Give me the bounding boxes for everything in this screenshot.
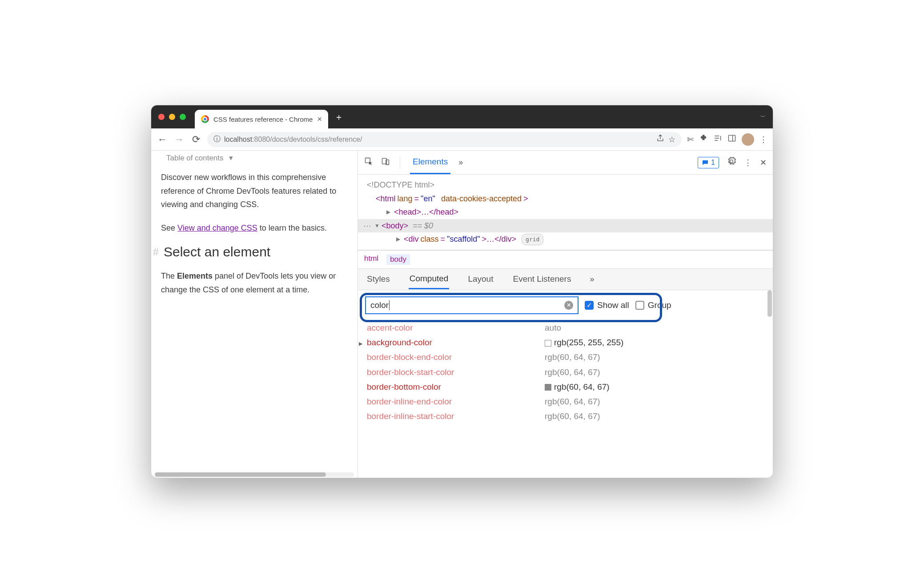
computed-property-row[interactable]: border-block-end-colorrgb(60, 64, 67)	[367, 350, 766, 364]
computed-property-row[interactable]: border-inline-start-colorrgb(60, 64, 67)	[367, 409, 766, 423]
property-name: accent-color	[367, 320, 545, 335]
property-value: auto	[545, 320, 561, 335]
computed-property-row[interactable]: accent-colorauto	[367, 320, 766, 335]
color-swatch[interactable]	[545, 340, 551, 347]
property-value: rgb(60, 64, 67)	[545, 365, 600, 379]
computed-filter-row: color ✕ ✓Show all Group	[358, 290, 773, 320]
new-tab-button[interactable]: ＋	[334, 111, 343, 123]
browser-toolbar: ← → ⟳ ⓘ localhost:8080/docs/devtools/css…	[151, 128, 773, 151]
intro-paragraph: Discover new workflows in this comprehen…	[161, 171, 348, 212]
view-change-css-link[interactable]: View and change CSS	[177, 224, 257, 232]
forward-button[interactable]: →	[173, 134, 185, 145]
close-tab-button[interactable]: ×	[317, 115, 322, 124]
property-name: border-block-end-color	[367, 350, 545, 364]
console-ref: == $0	[413, 219, 433, 233]
toc-label: Table of contents	[166, 154, 224, 163]
filter-value: color	[370, 300, 390, 310]
url-port: :8080	[252, 136, 270, 143]
close-devtools-icon[interactable]: ✕	[760, 158, 767, 168]
issues-badge[interactable]: 1	[698, 157, 719, 168]
crumb-html[interactable]: html	[364, 254, 378, 265]
maximize-window-button[interactable]	[180, 114, 186, 120]
table-of-contents-toggle[interactable]: Table of contents ▾	[161, 152, 348, 171]
settings-gear-icon[interactable]	[727, 157, 736, 168]
property-name: border-bottom-color	[367, 379, 545, 394]
property-name: ▶background-color	[367, 335, 545, 350]
side-panel-icon[interactable]	[727, 134, 736, 145]
devtools-tabbar: Elements » 1 ⋮ ✕	[358, 151, 773, 175]
dom-tree[interactable]: <!DOCTYPE html> <html lang="en" data-coo…	[358, 175, 773, 250]
vertical-scrollbar[interactable]	[767, 290, 772, 317]
see-also-paragraph: See View and change CSS to learn the bas…	[161, 221, 348, 235]
body-node-selected[interactable]: ⋯▼<body>== $0	[358, 219, 773, 233]
property-value: rgb(60, 64, 67)	[545, 409, 600, 423]
head-node[interactable]: ▶<head>…</head>	[363, 205, 767, 219]
menu-icon[interactable]: ⋮	[759, 135, 767, 144]
property-value: rgb(255, 255, 255)	[545, 335, 623, 350]
checkbox-checked-icon: ✓	[585, 301, 594, 310]
reload-button[interactable]: ⟳	[190, 134, 202, 145]
subtab-layout[interactable]: Layout	[467, 270, 494, 288]
breadcrumb: html body	[358, 250, 773, 269]
clear-filter-icon[interactable]: ✕	[564, 301, 573, 310]
subtab-event-listeners[interactable]: Event Listeners	[512, 270, 572, 288]
property-name: border-inline-start-color	[367, 409, 545, 423]
show-all-checkbox[interactable]: ✓Show all	[585, 300, 629, 310]
url-host: localhost	[224, 136, 252, 143]
tab-elements[interactable]: Elements	[410, 151, 450, 174]
more-subtabs-icon[interactable]: »	[590, 275, 594, 284]
share-icon[interactable]	[656, 134, 665, 145]
hash-icon: #	[153, 245, 160, 259]
extensions-icon[interactable]	[699, 134, 708, 145]
titlebar: CSS features reference - Chrome × ＋ ﹀	[151, 105, 773, 128]
doctype-node: <!DOCTYPE html>	[363, 178, 767, 192]
color-swatch[interactable]	[545, 384, 551, 391]
computed-property-row[interactable]: border-bottom-colorrgb(60, 64, 67)	[367, 379, 766, 394]
group-checkbox[interactable]: Group	[635, 300, 671, 310]
computed-properties-list: accent-colorauto▶background-colorrgb(255…	[358, 320, 773, 428]
bookmark-icon[interactable]: ☆	[668, 135, 675, 144]
html-node[interactable]: <html lang="en" data-cookies-accepted>	[363, 192, 767, 206]
div-scaffold-node[interactable]: ▶<div class="scaffold">…</div>grid	[363, 232, 767, 246]
inspect-element-icon[interactable]	[364, 157, 373, 168]
scissors-icon[interactable]: ✄	[687, 135, 694, 144]
site-info-icon[interactable]: ⓘ	[213, 135, 221, 144]
address-bar[interactable]: ⓘ localhost:8080/docs/devtools/css/refer…	[207, 132, 682, 147]
webpage-pane: Table of contents ▾ Discover new workflo…	[151, 151, 358, 478]
device-toolbar-icon[interactable]	[381, 157, 390, 168]
separator	[400, 156, 400, 169]
property-name: border-block-start-color	[367, 365, 545, 379]
window-controls	[158, 114, 186, 120]
checkbox-unchecked-icon	[635, 301, 644, 310]
content-area: Table of contents ▾ Discover new workflo…	[151, 151, 773, 478]
property-value: rgb(60, 64, 67)	[545, 394, 600, 409]
minimize-window-button[interactable]	[169, 114, 175, 120]
computed-property-row[interactable]: ▶background-colorrgb(255, 255, 255)	[367, 335, 766, 350]
kebab-menu-icon[interactable]: ⋮	[744, 158, 752, 168]
filter-input[interactable]: color ✕	[365, 296, 579, 314]
chevron-down-icon: ▾	[229, 153, 233, 163]
tabs-dropdown-icon[interactable]: ﹀	[760, 113, 766, 121]
property-name: border-inline-end-color	[367, 394, 545, 409]
browser-tab[interactable]: CSS features reference - Chrome ×	[195, 110, 328, 128]
subtab-styles[interactable]: Styles	[366, 270, 391, 288]
grid-badge[interactable]: grid	[522, 234, 543, 245]
devtools-pane: Elements » 1 ⋮ ✕ <!DOCTYPE html> <html l…	[358, 151, 773, 478]
horizontal-scrollbar[interactable]	[155, 472, 354, 477]
section-heading: #Select an element	[161, 244, 348, 260]
crumb-body[interactable]: body	[386, 254, 410, 265]
chrome-icon	[201, 115, 209, 123]
computed-property-row[interactable]: border-inline-end-colorrgb(60, 64, 67)	[367, 394, 766, 409]
computed-property-row[interactable]: border-block-start-colorrgb(60, 64, 67)	[367, 365, 766, 379]
styles-subtabs: Styles Computed Layout Event Listeners »	[358, 269, 773, 290]
reading-list-icon[interactable]	[713, 134, 722, 145]
url-path: /docs/devtools/css/reference/	[270, 136, 362, 143]
back-button[interactable]: ←	[157, 134, 168, 145]
ellipsis-icon: ⋯	[363, 219, 372, 233]
profile-avatar[interactable]	[742, 133, 754, 146]
subtab-computed[interactable]: Computed	[409, 269, 450, 289]
body-paragraph: The Elements panel of DevTools lets you …	[161, 269, 348, 296]
more-tabs-icon[interactable]: »	[458, 158, 463, 167]
close-window-button[interactable]	[158, 114, 165, 120]
tab-title: CSS features reference - Chrome	[213, 116, 313, 123]
